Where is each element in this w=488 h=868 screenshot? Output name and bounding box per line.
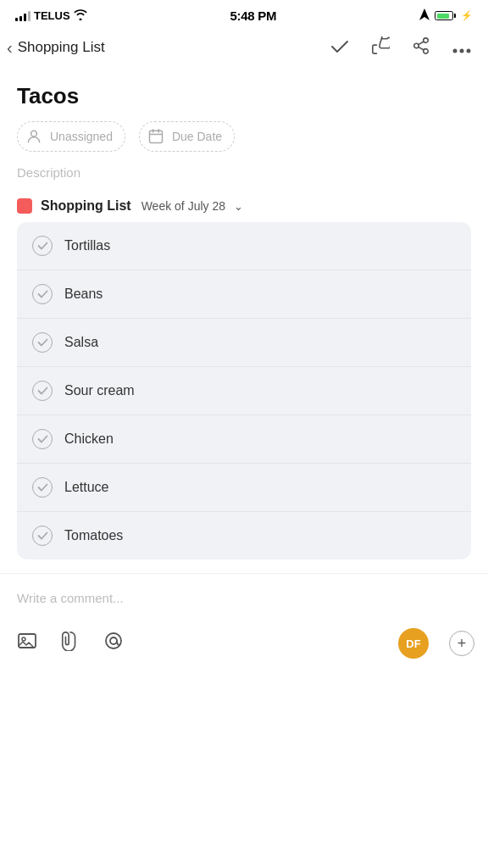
back-button[interactable]: ‹ Shopping List: [7, 39, 327, 56]
svg-point-7: [467, 48, 471, 53]
wifi-icon: [74, 9, 87, 23]
nav-title: Shopping List: [18, 39, 105, 56]
check-circle-1[interactable]: [32, 236, 53, 256]
check-circle-6[interactable]: [32, 477, 53, 498]
like-button[interactable]: [368, 33, 393, 61]
attach-button[interactable]: [58, 627, 83, 659]
section-title: Shopping List: [41, 198, 131, 214]
svg-point-6: [460, 48, 464, 53]
checklist-item[interactable]: Beans: [17, 270, 471, 319]
checklist-label-3: Salsa: [64, 335, 98, 350]
share-button[interactable]: [408, 33, 434, 61]
comment-section: Write a comment...: [0, 573, 488, 619]
nav-bar: ‹ Shopping List: [0, 28, 488, 70]
check-circle-5[interactable]: [32, 429, 53, 449]
check-circle-7[interactable]: [32, 526, 53, 546]
comment-input[interactable]: Write a comment...: [17, 587, 471, 609]
bottom-toolbar: DF +: [0, 619, 488, 676]
avatar-button[interactable]: DF: [398, 628, 429, 659]
task-title: Tacos: [17, 83, 471, 109]
svg-rect-9: [149, 131, 162, 142]
checklist-label-2: Beans: [64, 287, 103, 302]
checklist-item[interactable]: Chicken: [17, 415, 471, 464]
status-right: ⚡: [419, 8, 473, 23]
checklist-item[interactable]: Sour cream: [17, 367, 471, 415]
clock: 5:48 PM: [230, 8, 277, 23]
checklist-item[interactable]: Tortillas: [17, 222, 471, 270]
checklist-label-4: Sour cream: [64, 383, 135, 398]
plus-icon: +: [458, 636, 467, 651]
checklist-label-5: Chicken: [64, 431, 114, 447]
add-button[interactable]: +: [449, 631, 474, 656]
status-bar: TELUS 5:48 PM ⚡: [0, 0, 488, 28]
svg-rect-13: [19, 634, 36, 648]
avatar-initials: DF: [406, 637, 420, 650]
svg-point-5: [453, 48, 458, 53]
svg-point-16: [110, 637, 117, 644]
assignee-label: Unassigned: [50, 130, 113, 143]
charging-icon: ⚡: [461, 10, 473, 21]
section-week: Week of July 28: [141, 199, 225, 213]
complete-button[interactable]: [327, 36, 352, 59]
checklist-label-7: Tomatoes: [64, 528, 123, 543]
svg-point-1: [414, 43, 419, 48]
content: Tacos Unassigned Due Date: [0, 70, 488, 559]
svg-line-4: [419, 42, 424, 45]
checklist-label-6: Lettuce: [64, 480, 108, 495]
svg-point-8: [31, 131, 37, 136]
svg-point-15: [106, 633, 121, 648]
due-date-chip[interactable]: Due Date: [139, 121, 235, 152]
checklist-item[interactable]: Salsa: [17, 319, 471, 367]
svg-line-3: [419, 47, 424, 50]
assignee-chip[interactable]: Unassigned: [17, 121, 125, 152]
check-circle-2[interactable]: [32, 284, 53, 304]
description-field[interactable]: Description: [17, 164, 471, 181]
back-chevron-icon: ‹: [7, 39, 13, 56]
location-icon: [419, 8, 430, 23]
check-circle-4[interactable]: [32, 381, 53, 401]
svg-point-2: [424, 49, 429, 53]
section-header: Shopping List Week of July 28 ⌄: [17, 198, 471, 214]
due-date-label: Due Date: [172, 130, 222, 143]
checklist-item[interactable]: Tomatoes: [17, 512, 471, 559]
section-color-dot: [17, 198, 32, 214]
checklist: Tortillas Beans Salsa Sour cream: [17, 222, 471, 559]
section-chevron-icon[interactable]: ⌄: [234, 200, 243, 213]
calendar-icon: [147, 127, 165, 146]
meta-row: Unassigned Due Date: [17, 121, 471, 152]
svg-point-14: [22, 637, 25, 641]
checklist-label-1: Tortillas: [64, 238, 110, 253]
person-icon: [25, 127, 43, 146]
mention-button[interactable]: [100, 627, 127, 659]
image-button[interactable]: [14, 627, 41, 659]
check-circle-3[interactable]: [32, 332, 53, 353]
svg-point-0: [424, 38, 429, 43]
more-button[interactable]: [449, 36, 474, 59]
checklist-item[interactable]: Lettuce: [17, 464, 471, 512]
battery-icon: [435, 11, 456, 20]
carrier-label: TELUS: [34, 9, 70, 22]
signal-icon: [15, 11, 30, 21]
status-left: TELUS: [15, 9, 87, 23]
nav-actions: [327, 33, 474, 61]
